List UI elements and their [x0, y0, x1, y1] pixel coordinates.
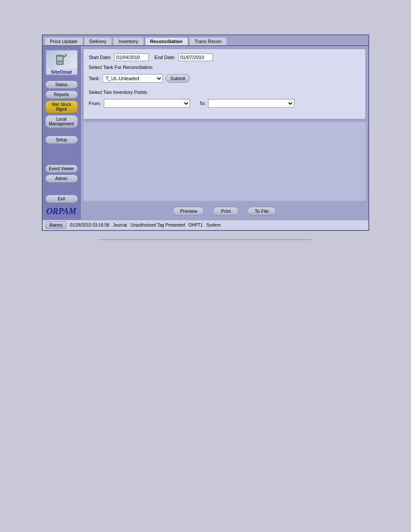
preview-button[interactable]: Preview: [173, 207, 204, 215]
from-label: From:: [89, 101, 101, 106]
sidebar-btn-event-viewer[interactable]: Event Viewer: [45, 165, 78, 173]
tab-delivery[interactable]: Delivery: [84, 37, 112, 45]
logo-area: SiteOmat: [45, 50, 78, 75]
bottom-rule: [98, 240, 313, 240]
sidebar-btn-wet-stock-mgmt[interactable]: Wet Stock Mgmt: [45, 100, 78, 113]
from-select[interactable]: [104, 99, 190, 108]
content-area: SiteOmat Status Reports Wet Stock Mgmt L…: [43, 46, 368, 220]
start-date-input[interactable]: [114, 53, 149, 61]
tab-bar: Price Update Delivery Inventory Reconcil…: [43, 35, 368, 46]
alarms-button[interactable]: Alarms: [45, 221, 66, 229]
date-row: Start Date: End Date:: [89, 53, 360, 61]
logo-image: [46, 50, 77, 68]
tab-inventory[interactable]: Inventory: [113, 37, 143, 45]
sidebar-btn-admin[interactable]: Admin: [45, 174, 78, 183]
tab-reconciliation[interactable]: Reconciliation: [145, 37, 188, 45]
start-date-label: Start Date:: [89, 55, 112, 60]
status-timestamp: 01/28/2010 03:16:58: [70, 223, 109, 227]
to-select[interactable]: [208, 99, 294, 108]
orpak-logo: ORPAM: [47, 206, 77, 216]
status-type: Journal: [113, 223, 127, 227]
main-window: Price Update Delivery Inventory Reconcil…: [42, 34, 369, 231]
inventory-section-label: Select Two Inventory Points: [89, 90, 147, 95]
sidebar-btn-local-management[interactable]: Local Management: [45, 115, 78, 128]
print-button[interactable]: Print: [213, 207, 239, 215]
inventory-section: Select Two Inventory Points From: To:: [89, 90, 360, 111]
svg-rect-1: [57, 57, 62, 60]
sidebar-btn-status[interactable]: Status: [45, 81, 78, 89]
tab-price-update[interactable]: Price Update: [44, 37, 83, 45]
svg-rect-4: [65, 54, 67, 56]
sidebar-btn-setup[interactable]: Setup: [45, 136, 78, 144]
sidebar-btn-reports[interactable]: Reports: [45, 90, 78, 99]
tank-label: Tank:: [89, 76, 100, 81]
to-file-button[interactable]: To File: [247, 207, 276, 215]
sidebar: SiteOmat Status Reports Wet Stock Mgmt L…: [43, 46, 81, 220]
submit-button[interactable]: Submit: [165, 74, 190, 83]
tab-trans-recon[interactable]: Trans Recon: [189, 37, 227, 45]
status-bar: Alarms 01/28/2010 03:16:58 Journal Unaut…: [43, 220, 368, 230]
status-source: OHPT1: [188, 223, 202, 227]
end-date-label: End Date:: [155, 55, 176, 60]
status-category: System: [206, 223, 221, 227]
page-wrapper: Price Update Delivery Inventory Reconcil…: [0, 0, 411, 532]
svg-rect-5: [57, 62, 62, 64]
gas-pump-icon: [54, 52, 69, 67]
right-panel: Start Date: End Date: Select Tank For Re…: [81, 46, 368, 220]
sidebar-btn-exit[interactable]: Exit: [45, 195, 78, 203]
tank-section: Select Tank For Reconciliation Tank: T_U…: [89, 65, 360, 86]
bottom-buttons: Preview Print To File: [81, 203, 368, 220]
tank-section-label: Select Tank For Reconciliation: [89, 65, 153, 70]
logo-text: SiteOmat: [51, 69, 72, 75]
inventory-row: From: To:: [89, 99, 294, 108]
to-label: To:: [199, 101, 206, 106]
tank-select[interactable]: T_UL-Unleaded: [103, 74, 163, 83]
form-area: Start Date: End Date: Select Tank For Re…: [83, 49, 366, 119]
tank-row: Tank: T_UL-Unleaded Submit: [89, 74, 190, 83]
end-date-input[interactable]: [178, 53, 213, 61]
status-message: Unauthorized Tag Presented: [131, 223, 185, 227]
content-body: [83, 122, 366, 201]
